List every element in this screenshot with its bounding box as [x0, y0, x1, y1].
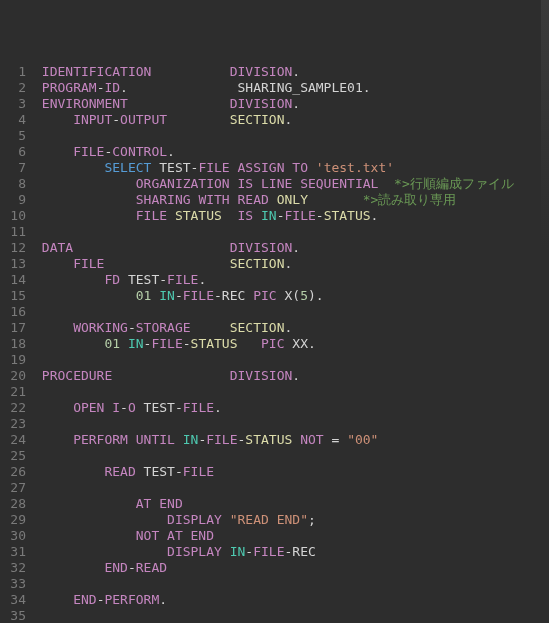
token-kw: UNTIL	[136, 432, 175, 447]
token-op: .	[371, 208, 379, 223]
token-kw: INPUT	[73, 112, 112, 127]
code-line[interactable]: INPUT-OUTPUT SECTION.	[34, 112, 549, 128]
token-op: (	[292, 288, 300, 303]
code-line[interactable]	[34, 608, 549, 623]
token-kw: OPEN	[73, 400, 104, 415]
token-op: .	[292, 240, 300, 255]
line-number: 2	[0, 80, 26, 96]
token-id: TEST	[128, 272, 159, 287]
code-line[interactable]: END-PERFORM.	[34, 592, 549, 608]
code-line[interactable]	[34, 304, 549, 320]
code-line[interactable]: READ TEST-FILE	[34, 464, 549, 480]
token-wht	[120, 272, 128, 287]
token-cyan: IN	[183, 432, 199, 447]
token-op: .	[363, 80, 371, 95]
code-line[interactable]: FILE SECTION.	[34, 256, 549, 272]
token-sec: SECTION	[230, 320, 285, 335]
code-line[interactable]: SHARING WITH READ ONLY *>読み取り専用	[34, 192, 549, 208]
token-kw: SEQUENTIAL	[300, 176, 378, 191]
line-number: 19	[0, 352, 26, 368]
token-kw: AT	[167, 528, 183, 543]
token-op: .	[292, 368, 300, 383]
code-line[interactable]: AT END	[34, 496, 549, 512]
token-wht	[136, 400, 144, 415]
token-sec: STATUS	[245, 432, 292, 447]
code-line[interactable]: 01 IN-FILE-STATUS PIC XX.	[34, 336, 549, 352]
line-number: 16	[0, 304, 26, 320]
token-op: .	[292, 64, 300, 79]
token-op: -	[175, 288, 183, 303]
token-op: -	[245, 544, 253, 559]
code-line[interactable]: FILE STATUS IS IN-FILE-STATUS.	[34, 208, 549, 224]
token-kw: PROGRAM	[42, 80, 97, 95]
token-kw: DATA	[42, 240, 73, 255]
code-line[interactable]	[34, 384, 549, 400]
line-number: 24	[0, 432, 26, 448]
token-num: 01	[104, 336, 120, 351]
token-kw: FILE	[284, 208, 315, 223]
code-line[interactable]: ENVIRONMENT DIVISION.	[34, 96, 549, 112]
code-line[interactable]: OPEN I-O TEST-FILE.	[34, 400, 549, 416]
code-line[interactable]: 01 IN-FILE-REC PIC X(5).	[34, 288, 549, 304]
token-kw: DISPLAY	[167, 512, 222, 527]
code-line[interactable]: WORKING-STORAGE SECTION.	[34, 320, 549, 336]
code-line[interactable]: NOT AT END	[34, 528, 549, 544]
token-kw: FILE	[253, 544, 284, 559]
token-op: -	[183, 336, 191, 351]
minimap[interactable]	[541, 0, 549, 623]
token-kw: STORAGE	[136, 320, 191, 335]
token-kw: READ	[104, 464, 135, 479]
token-cyan: IN	[261, 208, 277, 223]
code-line[interactable]: ORGANIZATION IS LINE SEQUENTIAL *>行順編成ファ…	[34, 176, 549, 192]
code-line[interactable]: PROGRAM-ID. SHARING_SAMPLE01.	[34, 80, 549, 96]
token-wht	[167, 208, 175, 223]
code-line[interactable]: IDENTIFICATION DIVISION.	[34, 64, 549, 80]
token-op: -	[120, 400, 128, 415]
token-wht	[159, 528, 167, 543]
code-line[interactable]: DISPLAY "READ END";	[34, 512, 549, 528]
code-line[interactable]: END-READ	[34, 560, 549, 576]
token-kw: FILE	[183, 464, 214, 479]
line-number: 23	[0, 416, 26, 432]
code-line[interactable]: PERFORM UNTIL IN-FILE-STATUS NOT = "00"	[34, 432, 549, 448]
code-line[interactable]: SELECT TEST-FILE ASSIGN TO 'test.txt'	[34, 160, 549, 176]
token-kw: DIVISION	[230, 96, 293, 111]
token-op: ;	[308, 512, 316, 527]
token-wht	[230, 160, 238, 175]
token-num: 5	[300, 288, 308, 303]
token-op: .	[285, 320, 293, 335]
code-editor[interactable]: 1234567891011121314151617181920212223242…	[0, 64, 549, 623]
token-wht	[292, 176, 300, 191]
code-line[interactable]	[34, 416, 549, 432]
token-cyan: IN	[128, 336, 144, 351]
line-number: 14	[0, 272, 26, 288]
token-kw: FILE	[183, 400, 214, 415]
token-cmt: *>読み取り専用	[363, 192, 457, 207]
token-kw: DIVISION	[230, 368, 293, 383]
code-line[interactable]: PROCEDURE DIVISION.	[34, 368, 549, 384]
token-kw: FILE	[151, 336, 182, 351]
code-line[interactable]: FD TEST-FILE.	[34, 272, 549, 288]
code-line[interactable]	[34, 480, 549, 496]
token-kw: READ	[136, 560, 167, 575]
code-line[interactable]	[34, 224, 549, 240]
code-line[interactable]	[34, 352, 549, 368]
token-op: .	[316, 288, 324, 303]
token-wht	[222, 208, 238, 223]
token-wht	[112, 368, 229, 383]
token-kw: IS	[238, 208, 254, 223]
token-wht	[104, 256, 229, 271]
code-line[interactable]: FILE-CONTROL.	[34, 144, 549, 160]
code-line[interactable]	[34, 128, 549, 144]
code-line[interactable]	[34, 448, 549, 464]
token-op: .	[308, 336, 316, 351]
token-kw: SHARING	[136, 192, 191, 207]
line-number: 29	[0, 512, 26, 528]
code-area[interactable]: IDENTIFICATION DIVISION. PROGRAM-ID. SHA…	[34, 64, 549, 623]
code-line[interactable]	[34, 576, 549, 592]
token-op: .	[285, 112, 293, 127]
token-kw: AT	[136, 496, 152, 511]
token-wht	[136, 464, 144, 479]
code-line[interactable]: DISPLAY IN-FILE-REC	[34, 544, 549, 560]
code-line[interactable]: DATA DIVISION.	[34, 240, 549, 256]
